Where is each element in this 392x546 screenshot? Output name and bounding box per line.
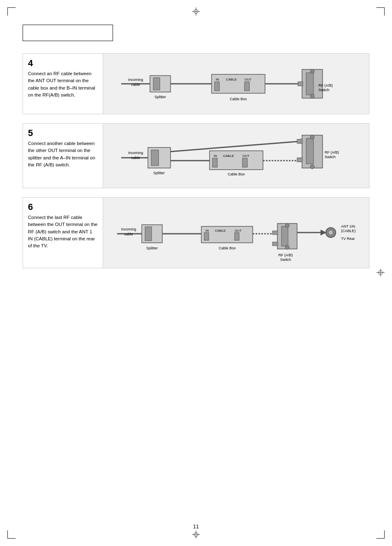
svg-text:Incoming: Incoming bbox=[128, 151, 143, 155]
svg-rect-21 bbox=[244, 82, 249, 91]
svg-text:CABLE: CABLE bbox=[226, 78, 237, 81]
step-6-section: 6 Connect the last RF cable between the … bbox=[23, 197, 369, 268]
svg-point-27 bbox=[310, 94, 314, 98]
svg-text:Splitter: Splitter bbox=[153, 171, 164, 175]
step-4-description: Connect an RF cable between the ANT OUT … bbox=[28, 71, 95, 97]
step-5-description: Connect another cable between the other … bbox=[28, 141, 95, 167]
svg-text:Cable Box: Cable Box bbox=[230, 97, 247, 101]
step-4-svg: Splitter Incoming cable IN CABLE OUT Cab… bbox=[117, 57, 355, 111]
svg-text:Switch: Switch bbox=[318, 88, 330, 92]
step-6-text: 6 Connect the last RF cable between the … bbox=[23, 198, 103, 268]
corner-mark-br bbox=[376, 530, 385, 539]
svg-text:Switch: Switch bbox=[280, 258, 291, 262]
svg-rect-63 bbox=[201, 226, 253, 243]
svg-rect-72 bbox=[281, 226, 288, 246]
corner-mark-bl bbox=[7, 530, 16, 539]
step-6-diagram: Incoming cable Splitter IN CABLE OUT Cab… bbox=[103, 198, 369, 268]
svg-rect-44 bbox=[212, 158, 217, 167]
svg-rect-53 bbox=[297, 158, 302, 162]
svg-rect-49 bbox=[306, 138, 314, 164]
svg-text:cable: cable bbox=[131, 83, 140, 87]
page-number: 11 bbox=[193, 523, 199, 530]
svg-text:Cable Box: Cable Box bbox=[219, 246, 236, 250]
step-4-number: 4 bbox=[28, 58, 98, 69]
svg-text:CABLE: CABLE bbox=[215, 229, 226, 233]
svg-text:CABLE: CABLE bbox=[223, 154, 234, 158]
svg-text:Switch: Switch bbox=[325, 155, 336, 159]
step-5-diagram: Incoming cable Splitter IN CABLE OUT Cab… bbox=[103, 124, 369, 188]
svg-text:RF (A/B): RF (A/B) bbox=[318, 83, 333, 88]
step-5-svg: Incoming cable Splitter IN CABLE OUT Cab… bbox=[117, 127, 355, 184]
crosshair-bottom bbox=[192, 530, 200, 539]
svg-point-82 bbox=[328, 230, 333, 235]
step-6-svg: Incoming cable Splitter IN CABLE OUT Cab… bbox=[113, 201, 360, 265]
crosshair-top bbox=[192, 7, 200, 16]
step-5-text: 5 Connect another cable between the othe… bbox=[23, 124, 103, 188]
svg-text:IN: IN bbox=[216, 78, 219, 81]
step-6-description: Connect the last RF cable between the OU… bbox=[28, 215, 97, 248]
step-5-number: 5 bbox=[28, 128, 98, 138]
step-4-text: 4 Connect an RF cable between the ANT OU… bbox=[23, 54, 103, 114]
svg-text:ANT 1IN: ANT 1IN bbox=[341, 224, 355, 228]
svg-text:RF (A/B): RF (A/B) bbox=[278, 253, 293, 257]
svg-rect-25 bbox=[306, 73, 314, 95]
corner-mark-tr bbox=[376, 7, 385, 16]
svg-rect-76 bbox=[272, 242, 278, 246]
top-rectangle bbox=[23, 25, 113, 41]
svg-point-74 bbox=[285, 245, 289, 249]
svg-text:cable: cable bbox=[131, 156, 140, 160]
svg-rect-67 bbox=[204, 233, 209, 240]
svg-rect-28 bbox=[298, 82, 303, 86]
svg-rect-45 bbox=[242, 158, 247, 167]
svg-line-34 bbox=[171, 141, 300, 152]
svg-rect-20 bbox=[214, 82, 219, 91]
svg-point-26 bbox=[310, 69, 314, 74]
svg-rect-75 bbox=[272, 231, 278, 235]
svg-text:(CABLE): (CABLE) bbox=[341, 229, 356, 233]
svg-rect-11 bbox=[153, 78, 160, 90]
svg-point-50 bbox=[310, 135, 314, 139]
svg-text:OUT: OUT bbox=[244, 78, 251, 81]
svg-text:IN: IN bbox=[205, 229, 209, 233]
svg-text:Incoming: Incoming bbox=[128, 78, 143, 82]
svg-rect-68 bbox=[235, 233, 239, 240]
svg-text:RF (A/B): RF (A/B) bbox=[325, 150, 339, 154]
svg-text:TV Rear: TV Rear bbox=[341, 237, 355, 241]
step-5-section: 5 Connect another cable between the othe… bbox=[23, 123, 369, 188]
svg-text:Splitter: Splitter bbox=[146, 246, 157, 250]
svg-text:Incoming: Incoming bbox=[121, 227, 136, 231]
svg-text:Splitter: Splitter bbox=[154, 95, 166, 99]
step-6-number: 6 bbox=[28, 202, 98, 212]
svg-point-73 bbox=[285, 223, 289, 228]
svg-rect-60 bbox=[145, 227, 152, 241]
svg-text:Cable Box: Cable Box bbox=[228, 172, 245, 176]
svg-point-51 bbox=[310, 165, 314, 169]
step-4-section: 4 Connect an RF cable between the ANT OU… bbox=[23, 53, 369, 114]
svg-text:OUT: OUT bbox=[242, 154, 249, 158]
step-4-diagram: Splitter Incoming cable IN CABLE OUT Cab… bbox=[103, 54, 369, 114]
corner-mark-tl bbox=[7, 7, 16, 16]
crosshair-right bbox=[376, 268, 385, 278]
svg-rect-52 bbox=[297, 139, 302, 143]
svg-text:OUT: OUT bbox=[235, 229, 242, 233]
svg-text:IN: IN bbox=[214, 154, 217, 158]
svg-rect-33 bbox=[151, 150, 159, 166]
main-content: 4 Connect an RF cable between the ANT OU… bbox=[23, 53, 369, 277]
svg-text:cable: cable bbox=[124, 232, 133, 236]
